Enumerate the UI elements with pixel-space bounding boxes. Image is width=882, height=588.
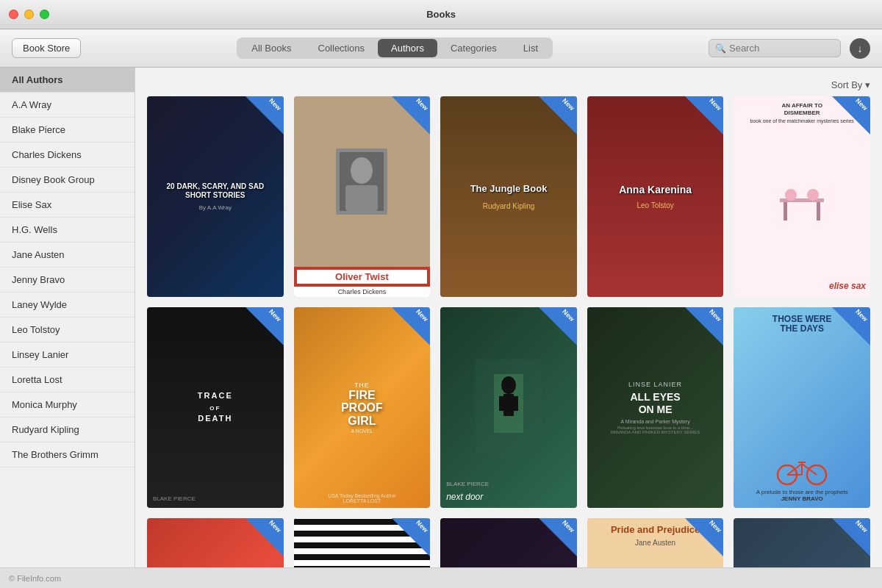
close-button[interactable]	[9, 10, 18, 19]
sidebar-item-leo-tolstoy[interactable]: Leo Tolstoy	[0, 318, 135, 343]
badge-label: New	[415, 308, 429, 323]
book-card-oliver-twist[interactable]: Oliver Twist Charles Dickens New	[294, 96, 431, 297]
book-card-all-eyes-on-me[interactable]: LINSE LANIER ALL EYESON ME A Miranda and…	[587, 307, 724, 508]
sort-by-label: Sort By	[831, 79, 863, 90]
book-title: 20 Dark, Scary, and Sad Short Stories	[154, 182, 276, 200]
book-author: elise sax	[738, 281, 866, 291]
new-badge: New	[832, 518, 870, 556]
sidebar-item-all-authors[interactable]: All Authors	[0, 68, 135, 93]
tab-all-books[interactable]: All Books	[238, 39, 304, 57]
book-card-affair-dismember[interactable]: AN AFFAIR TODISMEMBERbook one of the mat…	[734, 96, 870, 297]
book-title: The Jungle Book	[470, 183, 548, 195]
svg-rect-5	[817, 202, 820, 220]
svg-point-1	[351, 157, 373, 184]
svg-rect-13	[511, 396, 518, 411]
sidebar-item-laney-wylde[interactable]: Laney Wylde	[0, 293, 135, 318]
tab-collections[interactable]: Collections	[305, 39, 379, 57]
book-card-trace-of-death[interactable]: TRACEOFDEATH BLAKE PIERCE New	[147, 307, 284, 508]
new-badge: New	[245, 96, 284, 135]
new-badge: New	[392, 518, 430, 556]
book-card-time-machine[interactable]: theTimeMachine H. G. Wells New	[440, 518, 577, 567]
sidebar-item-hg-wells[interactable]: H.G. Wells	[0, 218, 135, 243]
svg-point-7	[807, 189, 819, 201]
book-card-anna-karenina[interactable]: Anna Karenina Leo Tolstoy New	[587, 96, 724, 297]
tab-categories[interactable]: Categories	[437, 39, 510, 57]
sidebar-item-aa-wray[interactable]: A.A Wray	[0, 93, 135, 118]
book-title: TRACEOFDEATH	[198, 390, 233, 424]
badge-label: New	[708, 308, 723, 323]
minimize-button[interactable]	[24, 10, 34, 19]
book-card-next-door[interactable]: next door BLAKE PIERCE New	[440, 307, 577, 508]
badge-label: New	[561, 97, 576, 112]
search-box[interactable]: 🔍	[709, 39, 841, 57]
badge-label: New	[268, 519, 282, 534]
svg-rect-12	[499, 396, 506, 411]
book-title: Anna Karenina	[619, 184, 692, 196]
sort-by-button[interactable]: Sort By ▾	[831, 79, 870, 90]
maximize-button[interactable]	[40, 10, 49, 19]
book-subtitle: A Miranda and Parker Mystery	[611, 419, 700, 424]
sidebar-item-loretta-lost[interactable]: Loretta Lost	[0, 368, 135, 392]
badge-label: New	[708, 97, 723, 112]
new-badge: New	[685, 96, 723, 135]
svg-rect-2	[345, 185, 378, 211]
tab-list[interactable]: List	[510, 39, 551, 57]
book-title-pre: THE	[341, 381, 383, 389]
book-title: ALL EYESON ME	[611, 391, 700, 416]
tab-authors[interactable]: Authors	[378, 39, 437, 57]
footer: © FileInfo.com	[0, 567, 882, 588]
book-card-20-dark[interactable]: 20 Dark, Scary, and Sad Short Stories By…	[147, 96, 284, 297]
book-author: Rudyard Kipling	[470, 202, 548, 210]
book-author: BLAKE PIERCE	[153, 495, 196, 502]
badge-label: New	[415, 519, 429, 534]
book-card-fireproof-girl[interactable]: THE FIREPROOFGIRL A NOVEL USA Today Best…	[294, 307, 431, 508]
new-badge: New	[685, 518, 723, 556]
book-title: Oliver Twist	[297, 270, 428, 284]
badge-label: New	[415, 97, 429, 112]
sidebar-item-jenny-bravo[interactable]: Jenny Bravo	[0, 268, 135, 293]
badge-label: New	[855, 97, 870, 112]
search-icon: 🔍	[715, 43, 726, 54]
book-card-grimm-fairy-tales[interactable]: Grimm's FairyTales Wilhelm Grimm New	[734, 518, 870, 567]
badge-label: New	[855, 519, 870, 534]
window-controls	[9, 10, 49, 19]
download-button[interactable]: ↓	[850, 38, 870, 59]
sidebar-item-monica-murphy[interactable]: Monica Murphy	[0, 392, 135, 417]
book-card-pride-prejudice[interactable]: Pride and Prejudice Jane Austen New	[587, 518, 724, 567]
sidebar-item-charles-dickens[interactable]: Charles Dickens	[0, 143, 135, 168]
badge-label: New	[708, 519, 723, 534]
book-card-just-friends[interactable]: just friends New York Times Bestselling …	[147, 518, 284, 567]
sidebar-item-elise-sax[interactable]: Elise Sax	[0, 193, 135, 218]
toolbar: Book Store All Books Collections Authors…	[0, 29, 882, 68]
sidebar-item-linsey-lanier[interactable]: Linsey Lanier	[0, 343, 135, 368]
search-input[interactable]	[729, 43, 832, 54]
sidebar-item-jane-austen[interactable]: Jane Austen	[0, 243, 135, 268]
svg-point-10	[501, 376, 516, 394]
badge-label: New	[561, 519, 576, 534]
book-author: Leo Tolstoy	[619, 201, 692, 209]
sidebar-item-the-brothers-grimm[interactable]: The Brothers Grimm	[0, 442, 135, 467]
new-badge: New	[539, 307, 577, 345]
sidebar-item-blake-pierce[interactable]: Blake Pierce	[0, 118, 135, 143]
new-badge: New	[392, 96, 430, 135]
new-badge: New	[539, 96, 577, 135]
sort-chevron-icon: ▾	[865, 79, 870, 90]
new-badge: New	[832, 96, 870, 135]
book-tagline: Pulsating love bestows love in a time...…	[611, 426, 700, 434]
book-title: FIREPROOFGIRL	[341, 389, 383, 428]
new-badge: New	[392, 307, 430, 345]
book-store-button[interactable]: Book Store	[12, 38, 81, 58]
sidebar-item-disney-book-group[interactable]: Disney Book Group	[0, 168, 135, 193]
book-card-if-she-were-blind[interactable]: LAN... IFSHEWEREBLIND	[294, 518, 431, 567]
book-card-those-were-days[interactable]: THOSE WERETHE DAYS A prelude to those ar…	[734, 307, 870, 508]
svg-point-6	[785, 189, 797, 201]
book-area: Sort By ▾ 20 Dark, Scary, and Sad Short …	[135, 68, 882, 567]
book-card-jungle-book[interactable]: The Jungle Book Rudyard Kipling New	[440, 96, 577, 297]
download-icon: ↓	[857, 43, 862, 54]
new-badge: New	[245, 518, 284, 556]
book-author-top: LINSE LANIER	[611, 381, 700, 388]
sidebar-item-rudyard-kipling[interactable]: Rudyard Kipling	[0, 417, 135, 442]
sidebar: All Authors A.A Wray Blake Pierce Charle…	[0, 68, 135, 567]
book-author: Charles Dickens	[295, 288, 429, 295]
footer-label: © FileInfo.com	[9, 574, 61, 583]
